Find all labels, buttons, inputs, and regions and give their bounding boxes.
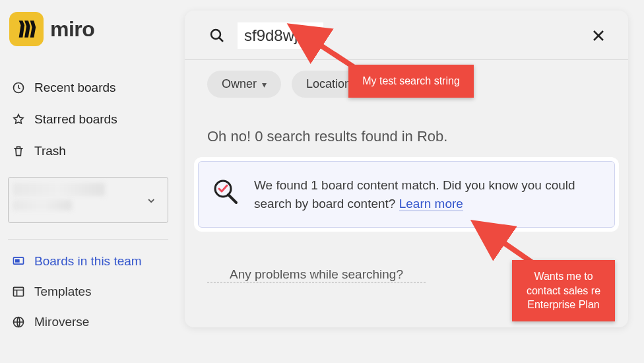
search-input[interactable] <box>238 22 323 49</box>
sidebar-link-label: Templates <box>34 284 92 299</box>
svg-rect-2 <box>15 259 20 263</box>
no-results-text: Oh no! 0 search results found in Rob. <box>185 98 628 156</box>
sidebar-link-label: Miroverse <box>34 315 89 329</box>
miroverse-icon <box>12 315 25 329</box>
nav-recent-boards[interactable]: Recent boards <box>8 74 168 102</box>
sidebar-link-label: Boards in this team <box>34 254 142 269</box>
redacted-team-sub <box>13 200 72 211</box>
filter-label: Location <box>306 77 351 91</box>
problems-link[interactable]: Any problems while searching? <box>207 248 426 282</box>
search-bar <box>185 11 628 60</box>
sidebar-link-templates[interactable]: Templates <box>8 278 168 306</box>
nav-trash[interactable]: Trash <box>8 137 168 165</box>
magnify-check-icon <box>212 178 240 205</box>
nav-label: Trash <box>34 144 66 158</box>
nav-label: Recent boards <box>34 81 116 95</box>
sidebar-link-miroverse[interactable]: Miroverse <box>8 308 168 336</box>
filter-owner[interactable]: Owner ▾ <box>207 71 281 98</box>
templates-icon <box>12 285 25 298</box>
learn-more-link[interactable]: Learn more <box>399 197 463 211</box>
sidebar-link-boards-in-team[interactable]: Boards in this team <box>8 248 168 275</box>
search-icon <box>209 28 226 44</box>
nav-starred-boards[interactable]: Starred boards <box>8 106 168 133</box>
close-button[interactable] <box>587 24 610 47</box>
trash-icon <box>12 145 25 158</box>
clock-icon <box>12 81 25 94</box>
content-match-card: We found 1 board content match. Did you … <box>198 161 615 228</box>
chevron-down-icon: ▾ <box>262 79 267 90</box>
annotation-enterprise-plan: Wants me to contact sales re Enterprise … <box>512 260 615 321</box>
team-selector[interactable] <box>8 177 168 223</box>
filter-label: Owner <box>222 77 257 91</box>
board-icon <box>12 255 25 268</box>
redacted-team-name <box>13 183 105 196</box>
miro-logo-icon[interactable] <box>9 12 44 46</box>
star-icon <box>12 113 25 126</box>
sidebar: miro Recent boards Starred boards Trash … <box>0 0 175 363</box>
content-match-text: We found 1 board content match. Did you … <box>254 176 600 213</box>
annotation-search-string: My test search string <box>348 65 474 98</box>
logo-row: miro <box>8 12 168 46</box>
nav-label: Starred boards <box>34 112 117 127</box>
brand-name: miro <box>50 17 94 42</box>
svg-rect-3 <box>14 287 24 296</box>
svg-point-5 <box>211 30 220 39</box>
divider <box>8 239 168 240</box>
